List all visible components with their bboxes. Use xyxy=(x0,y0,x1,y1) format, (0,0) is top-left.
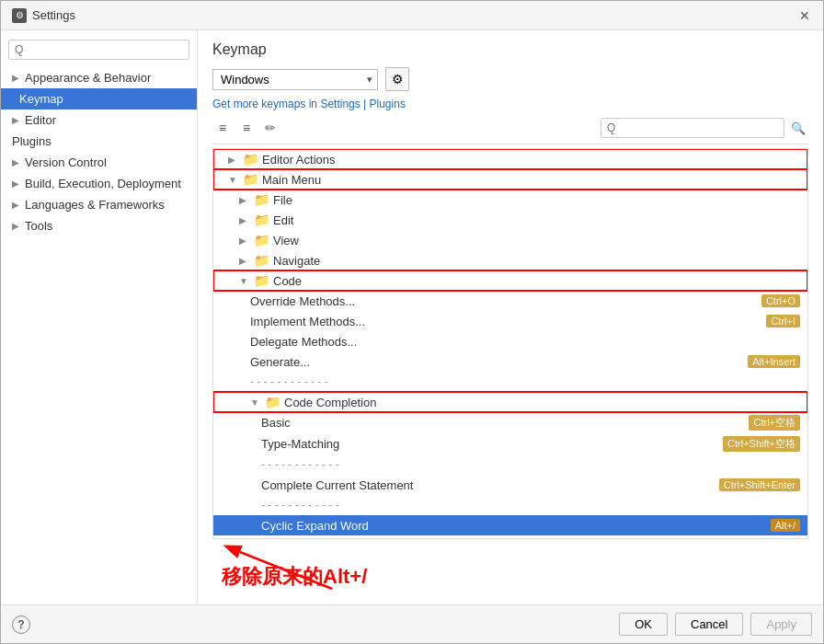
ok-button[interactable]: OK xyxy=(619,613,668,636)
tree-item-label: Editor Actions xyxy=(262,153,336,167)
sidebar-item-label: Editor xyxy=(25,113,56,127)
keymap-tree: ▶ 📁 Editor Actions ▼ 📁 Main Menu xyxy=(212,148,808,539)
tree-item-file[interactable]: ▶ 📁 File xyxy=(213,190,807,210)
chevron-down-icon: ▼ xyxy=(228,175,239,185)
apply-button[interactable]: Apply xyxy=(750,613,812,636)
keymap-gear-button[interactable]: ⚙ xyxy=(385,67,409,91)
tree-item-label: Cyclic Expand Word (Backward) xyxy=(261,539,432,540)
separator-label: - - - - - - - - - - - - xyxy=(250,375,328,388)
chevron-down-icon: ▼ xyxy=(250,397,261,408)
tree-item-separator-2: - - - - - - - - - - - - xyxy=(213,454,807,475)
bottom-bar: ? OK Cancel Apply xyxy=(1,604,823,643)
tree-item-label: Navigate xyxy=(273,254,320,268)
tree-item-implement-methods[interactable]: Implement Methods... Ctrl+I xyxy=(213,311,807,331)
shortcut-badge: Ctrl+Shift+空格 xyxy=(723,436,800,452)
tree-item-label: Edit xyxy=(273,213,293,227)
chevron-right-icon: ▶ xyxy=(12,200,19,210)
sidebar-item-languages[interactable]: ▶ Languages & Frameworks xyxy=(1,194,197,215)
help-button[interactable]: ? xyxy=(12,615,30,634)
get-more-keymaps-link[interactable]: Get more keymaps in Settings | Plugins xyxy=(212,98,406,110)
sidebar-item-label: Appearance & Behavior xyxy=(25,71,151,85)
sidebar-item-versioncontrol[interactable]: ▶ Version Control xyxy=(1,152,197,173)
tree-search-icon-button[interactable]: 🔍 xyxy=(788,118,808,138)
cancel-button[interactable]: Cancel xyxy=(675,613,743,636)
tree-item-label: Code Completion xyxy=(284,396,376,409)
chevron-right-icon: ▶ xyxy=(239,195,250,205)
chevron-right-icon: ▶ xyxy=(228,155,239,165)
tree-search-area: 🔍 xyxy=(601,118,808,138)
tree-item-override-methods[interactable]: Override Methods... Ctrl+O xyxy=(213,291,807,311)
tree-item-label: Code xyxy=(273,274,302,288)
tree-item-navigate[interactable]: ▶ 📁 Navigate xyxy=(213,250,807,270)
get-more-link: Get more keymaps in Settings | Plugins xyxy=(212,97,808,110)
sidebar-item-tools[interactable]: ▶ Tools xyxy=(1,215,197,236)
bottom-left: ? xyxy=(12,615,30,634)
tree-item-code-completion[interactable]: ▼ 📁 Code Completion xyxy=(213,392,807,412)
tree-item-complete-current[interactable]: Complete Current Statement Ctrl+Shift+En… xyxy=(213,475,807,495)
tree-item-separator: - - - - - - - - - - - - xyxy=(213,372,807,392)
tree-item-type-matching[interactable]: Type-Matching Ctrl+Shift+空格 xyxy=(213,433,807,454)
tree-item-label: Implement Methods... xyxy=(250,315,365,328)
sidebar-item-label: Languages & Frameworks xyxy=(25,198,165,212)
tree-item-label: Basic xyxy=(261,416,291,430)
keymap-select-wrapper: Windows macOS Linux Default xyxy=(212,69,378,90)
title-bar-left: ⚙ Settings xyxy=(12,8,75,23)
collapse-all-button[interactable]: ≡ xyxy=(236,118,257,138)
chevron-right-icon: ▶ xyxy=(239,236,250,246)
edit-shortcut-button[interactable]: ✏ xyxy=(260,118,280,138)
sidebar-search-box xyxy=(8,40,189,60)
chevron-right-icon: ▶ xyxy=(12,157,19,167)
page-title: Keymap xyxy=(212,41,808,58)
tree-item-generate[interactable]: Generate... Alt+Insert xyxy=(213,351,807,372)
sidebar-item-appearance[interactable]: ▶ Appearance & Behavior xyxy=(1,67,197,88)
folder-icon: 📁 xyxy=(254,273,269,288)
tree-toolbar: ≡ ≡ ✏ 🔍 xyxy=(212,118,808,144)
sidebar-item-label: Build, Execution, Deployment xyxy=(25,177,181,190)
sidebar-search-input[interactable] xyxy=(8,40,189,60)
tree-item-view[interactable]: ▶ 📁 View xyxy=(213,230,807,250)
shortcut-badge: Alt+Insert xyxy=(748,355,800,368)
annotation-text: 移除原来的Alt+/ xyxy=(222,563,367,591)
sidebar-item-plugins[interactable]: Plugins xyxy=(1,131,197,152)
shortcut-badge: Ctrl+I xyxy=(766,315,800,328)
sidebar-item-editor[interactable]: ▶ Editor xyxy=(1,109,197,131)
separator-label: - - - - - - - - - - - - xyxy=(261,499,339,512)
sidebar-item-keymap[interactable]: Keymap xyxy=(1,88,197,109)
shortcut-badge: Alt+/ xyxy=(771,519,800,532)
sidebar-item-build[interactable]: ▶ Build, Execution, Deployment xyxy=(1,173,197,194)
tree-item-edit[interactable]: ▶ 📁 Edit xyxy=(213,210,807,230)
close-button[interactable]: ✕ xyxy=(797,8,812,23)
tree-item-main-menu[interactable]: ▼ 📁 Main Menu xyxy=(213,169,807,190)
sidebar-item-label: Keymap xyxy=(19,92,63,106)
tree-item-label: Cyclic Expand Word xyxy=(261,519,369,533)
tree-item-editor-actions[interactable]: ▶ 📁 Editor Actions xyxy=(213,149,807,169)
bottom-right: OK Cancel Apply xyxy=(619,613,812,636)
chevron-right-icon: ▶ xyxy=(12,178,19,189)
title-bar: ⚙ Settings ✕ xyxy=(1,1,823,30)
tree-item-cyclic-expand-backward[interactable]: Cyclic Expand Word (Backward) Alt+Shift+… xyxy=(213,535,807,539)
chevron-right-icon: ▶ xyxy=(12,73,19,83)
folder-icon: 📁 xyxy=(254,213,269,227)
content-area: ▶ Appearance & Behavior Keymap ▶ Editor … xyxy=(1,30,823,604)
folder-icon: 📁 xyxy=(265,395,280,409)
tree-search-input[interactable] xyxy=(601,118,784,138)
sidebar-item-label: Tools xyxy=(25,219,52,233)
tree-item-cyclic-expand[interactable]: Cyclic Expand Word Alt+/ xyxy=(213,515,807,535)
folder-icon: 📁 xyxy=(254,233,269,247)
tree-item-label: View xyxy=(273,234,299,247)
folder-icon: 📁 xyxy=(254,253,269,268)
keymap-select[interactable]: Windows macOS Linux Default xyxy=(212,69,378,90)
sidebar: ▶ Appearance & Behavior Keymap ▶ Editor … xyxy=(1,30,198,604)
tree-item-basic[interactable]: Basic Ctrl+空格 xyxy=(213,412,807,433)
tree-item-delegate-methods[interactable]: Delegate Methods... xyxy=(213,331,807,351)
settings-dialog: ⚙ Settings ✕ ▶ Appearance & Behavior Key… xyxy=(0,0,824,644)
expand-all-button[interactable]: ≡ xyxy=(212,118,233,138)
dialog-title: Settings xyxy=(32,8,75,22)
sidebar-item-label: Plugins xyxy=(12,134,52,148)
tree-item-code[interactable]: ▼ 📁 Code xyxy=(213,270,807,291)
separator-label: - - - - - - - - - - - - xyxy=(261,458,339,471)
folder-icon: 📁 xyxy=(243,152,258,167)
tree-item-label: Generate... xyxy=(250,355,310,369)
tree-item-label: Override Methods... xyxy=(250,294,355,308)
shortcut-badge: Ctrl+空格 xyxy=(749,415,800,431)
